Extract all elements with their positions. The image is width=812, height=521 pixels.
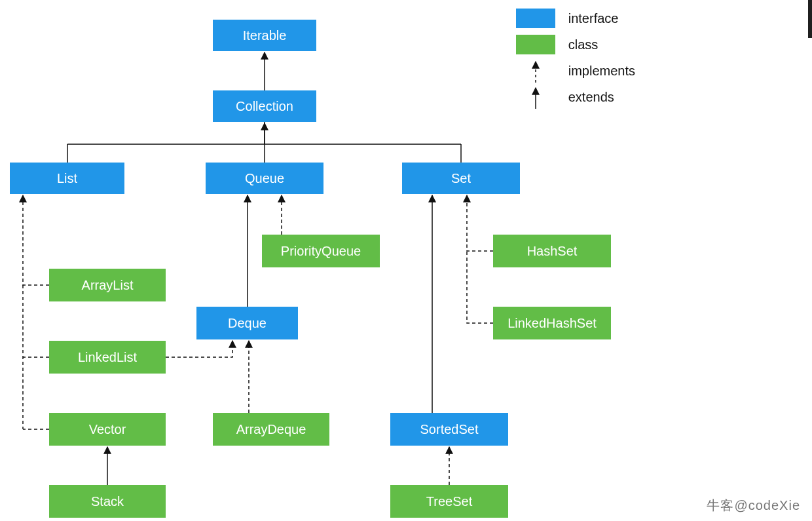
node-label: Deque bbox=[228, 316, 267, 331]
node-label: PriorityQueue bbox=[281, 244, 361, 259]
node-label: Vector bbox=[89, 422, 126, 437]
right-sidebar-stub bbox=[808, 0, 812, 38]
node-set: Set bbox=[402, 163, 520, 194]
legend-row-class: class bbox=[516, 31, 635, 58]
node-label: ArrayDeque bbox=[236, 422, 306, 437]
legend-label: implements bbox=[568, 64, 635, 79]
legend-swatch-interface bbox=[516, 9, 555, 28]
node-linkedlist: LinkedList bbox=[49, 341, 166, 374]
diagram-canvas: Iterable Collection List Queue Set Prior… bbox=[0, 0, 812, 521]
node-deque: Deque bbox=[196, 307, 298, 339]
node-label: List bbox=[57, 171, 77, 186]
node-queue: Queue bbox=[206, 163, 323, 194]
node-treeset: TreeSet bbox=[390, 485, 508, 518]
node-label: LinkedList bbox=[78, 350, 137, 365]
legend-arrow-implements-icon bbox=[516, 58, 555, 84]
legend: interface class implements extends bbox=[516, 5, 635, 110]
node-label: ArrayList bbox=[82, 278, 134, 293]
legend-swatch-class bbox=[516, 35, 555, 54]
legend-label: class bbox=[568, 37, 599, 52]
node-collection: Collection bbox=[213, 90, 316, 122]
node-sortedset: SortedSet bbox=[390, 413, 508, 446]
node-label: Iterable bbox=[243, 28, 287, 43]
legend-row-extends: extends bbox=[516, 84, 635, 110]
node-hashset: HashSet bbox=[493, 235, 611, 267]
node-list: List bbox=[10, 163, 124, 194]
node-arraylist: ArrayList bbox=[49, 269, 166, 301]
node-label: Queue bbox=[245, 171, 284, 186]
legend-row-interface: interface bbox=[516, 5, 635, 31]
legend-label: extends bbox=[568, 90, 614, 105]
node-iterable: Iterable bbox=[213, 20, 316, 51]
legend-label: interface bbox=[568, 11, 619, 26]
legend-arrow-extends-icon bbox=[516, 84, 555, 110]
node-label: HashSet bbox=[527, 244, 578, 259]
node-stack: Stack bbox=[49, 485, 166, 518]
legend-row-implements: implements bbox=[516, 58, 635, 84]
node-vector: Vector bbox=[49, 413, 166, 446]
watermark: 牛客@codeXie bbox=[707, 497, 800, 514]
node-label: Set bbox=[451, 171, 471, 186]
node-label: SortedSet bbox=[420, 422, 479, 437]
node-priorityqueue: PriorityQueue bbox=[262, 235, 380, 267]
node-label: Collection bbox=[236, 99, 293, 114]
node-label: LinkedHashSet bbox=[507, 316, 597, 331]
node-label: TreeSet bbox=[426, 494, 472, 509]
node-arraydeque: ArrayDeque bbox=[213, 413, 329, 446]
node-label: Stack bbox=[91, 494, 124, 509]
node-linkedhashset: LinkedHashSet bbox=[493, 307, 611, 339]
